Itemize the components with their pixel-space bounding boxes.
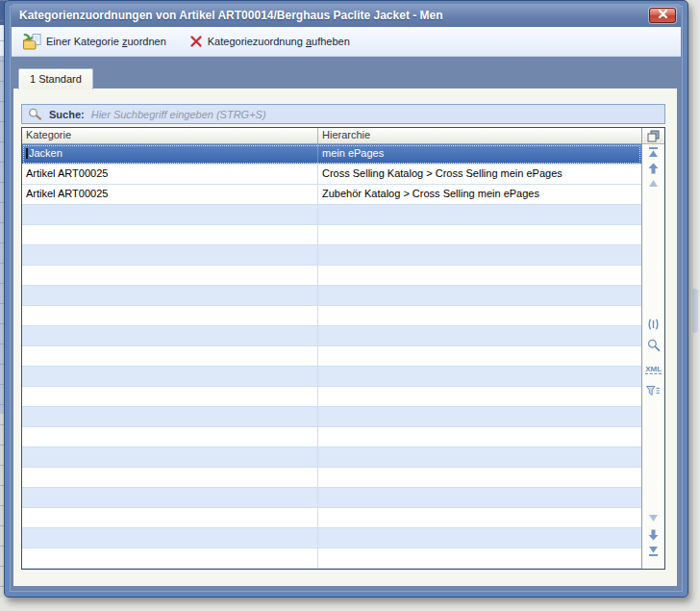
- table-row-empty: [22, 306, 641, 326]
- category-table: Kategorie Hierarchie Jacken mein ePages …: [21, 127, 665, 570]
- cell-hierarchie: Cross Selling Katalog > Cross Selling me…: [318, 165, 641, 184]
- remove-assignment-label: Kategoriezuordnung aufheben: [208, 36, 350, 47]
- window-title: Kategorienzuordnungen von Artikel ART000…: [19, 9, 443, 22]
- column-chooser-icon: [647, 130, 660, 142]
- search-icon: [28, 108, 42, 121]
- page-down-icon: [648, 514, 659, 522]
- table-row-empty: [22, 548, 641, 569]
- scroll-down-button[interactable]: [642, 529, 664, 541]
- grid-side-toolbar: XML: [641, 128, 664, 569]
- column-header-kategorie[interactable]: Kategorie: [22, 128, 318, 143]
- table-row-empty: [22, 447, 641, 468]
- cell-kategorie: Artikel ART00025: [22, 165, 318, 184]
- page-up-button[interactable]: [642, 179, 664, 188]
- table-row-empty: [22, 225, 641, 245]
- close-icon: [659, 10, 667, 18]
- table-row-empty: [22, 407, 641, 427]
- scroll-up-icon: [648, 163, 659, 174]
- search-label: Suche:: [49, 109, 85, 120]
- title-bar[interactable]: Kategorienzuordnungen von Artikel ART000…: [12, 4, 681, 27]
- table-row-empty: [22, 427, 641, 447]
- table-row[interactable]: Artikel ART00025 Cross Selling Katalog >…: [22, 165, 641, 185]
- scroll-up-button[interactable]: [642, 163, 664, 174]
- table-row-empty: [22, 367, 641, 387]
- table-row-empty: [22, 346, 641, 367]
- scroll-top-button[interactable]: [642, 147, 664, 158]
- scroll-bottom-icon: [648, 546, 659, 556]
- background-scrollbar-thumb: [692, 289, 698, 333]
- cell-hierarchie: mein ePages: [318, 144, 641, 164]
- scroll-down-icon: [648, 529, 659, 541]
- text-cursor: [26, 148, 28, 159]
- zoom-icon: [647, 339, 661, 352]
- table-row-empty: [22, 326, 641, 346]
- table-row-empty: [22, 266, 641, 286]
- remove-assignment-button[interactable]: Kategoriezuordnung aufheben: [189, 35, 350, 48]
- scroll-bottom-button[interactable]: [642, 546, 664, 556]
- cell-hierarchie: Zubehör Katalog > Cross Selling mein ePa…: [318, 185, 641, 204]
- filter-icon: [646, 385, 661, 397]
- column-header-hierarchie[interactable]: Hierarchie: [318, 128, 641, 143]
- table-row-empty: [22, 205, 641, 225]
- table-row-empty: [22, 488, 641, 508]
- table-row-empty: [22, 508, 641, 528]
- table-row-empty: [22, 528, 641, 548]
- category-assignment-dialog: Kategorienzuordnungen von Artikel ART000…: [4, 0, 688, 598]
- cell-kategorie: Artikel ART00025: [22, 185, 318, 204]
- fit-columns-icon: [647, 318, 660, 330]
- page-down-button[interactable]: [642, 514, 664, 522]
- close-button[interactable]: [649, 8, 676, 23]
- dialog-content: 1 Standard Suche: Hier Suchbegriff einge…: [12, 57, 681, 589]
- table-row[interactable]: Artikel ART00025 Zubehör Katalog > Cross…: [22, 185, 641, 205]
- filter-button[interactable]: [642, 385, 664, 397]
- table-row[interactable]: Jacken mein ePages: [22, 144, 641, 165]
- tab-standard[interactable]: 1 Standard: [18, 68, 93, 89]
- background-window-bottom-sliver: [0, 598, 700, 611]
- tab-panel: Suche: Hier Suchbegriff eingeben (STRG+S…: [13, 89, 677, 586]
- table-row-empty: [22, 286, 641, 306]
- table-row-empty: [22, 245, 641, 266]
- search-placeholder: Hier Suchbegriff eingeben (STRG+S): [91, 109, 266, 120]
- column-chooser-button[interactable]: [642, 128, 664, 144]
- grid-search-button[interactable]: [642, 339, 664, 352]
- toolbar: Einer Kategorie zuordnen Kategoriezuordn…: [12, 27, 681, 57]
- table-body: Jacken mein ePages Artikel ART00025 Cros…: [22, 144, 641, 569]
- table-row-empty: [22, 468, 641, 488]
- fit-columns-button[interactable]: [642, 318, 664, 330]
- table-row-empty: [22, 387, 641, 407]
- assign-category-icon: [23, 34, 41, 50]
- remove-assignment-icon: [189, 35, 203, 48]
- table-grid: Kategorie Hierarchie Jacken mein ePages …: [22, 128, 641, 569]
- xml-export-icon: XML: [645, 365, 662, 374]
- table-header: Kategorie Hierarchie: [22, 128, 641, 144]
- cell-kategorie: Jacken: [22, 144, 318, 164]
- page-up-icon: [648, 179, 659, 188]
- xml-export-button[interactable]: XML: [642, 365, 664, 374]
- scroll-top-icon: [648, 147, 659, 158]
- assign-category-label: Einer Kategorie zuordnen: [46, 36, 166, 47]
- background-window-right-sliver: [690, 0, 700, 611]
- assign-category-button[interactable]: Einer Kategorie zuordnen: [23, 34, 166, 50]
- search-input[interactable]: Suche: Hier Suchbegriff eingeben (STRG+S…: [21, 104, 665, 124]
